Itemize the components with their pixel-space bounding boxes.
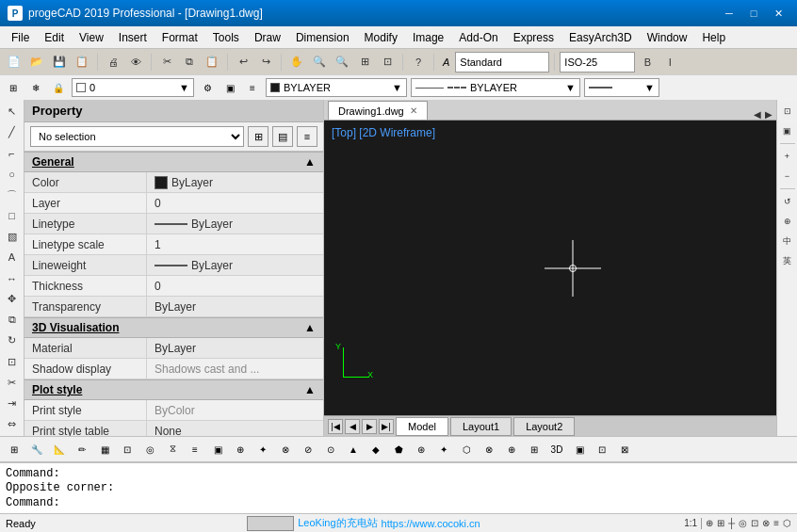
lineweight-toggle[interactable]: ≡	[773, 518, 779, 528]
menu-addon[interactable]: Add-On	[451, 26, 505, 48]
btm-btn-4[interactable]: ✏	[72, 439, 92, 459]
menu-tools[interactable]: Tools	[205, 26, 247, 48]
btm-btn-13[interactable]: ⊗	[275, 439, 296, 459]
right-btn-2[interactable]: ▣	[778, 121, 797, 140]
left-btn-rotate[interactable]: ↻	[2, 330, 23, 350]
layout-tab-2[interactable]: Layout2	[513, 417, 575, 436]
left-btn-move[interactable]: ✥	[2, 289, 23, 309]
sel-btn-2[interactable]: ▤	[272, 126, 293, 147]
linetype-selector[interactable]: BYLAYER ▼	[411, 78, 580, 97]
help-button[interactable]: ?	[408, 52, 429, 73]
print-button[interactable]: 🖨	[103, 52, 123, 73]
layer-tool3[interactable]: ≡	[243, 78, 262, 97]
btm-btn-24[interactable]: ⊞	[524, 439, 545, 459]
btm-btn-14[interactable]: ⊘	[298, 439, 318, 459]
prop-lweight-value[interactable]: ByLayer	[147, 255, 323, 275]
btm-btn-15[interactable]: ⊙	[320, 439, 341, 459]
menu-view[interactable]: View	[72, 26, 111, 48]
btm-btn-27[interactable]: ⊡	[592, 439, 612, 459]
btm-btn-25[interactable]: 3D	[546, 439, 567, 459]
zoom-all-button[interactable]: ⊞	[354, 52, 375, 73]
section-plot[interactable]: Plot style ▲	[24, 379, 323, 400]
btm-btn-3[interactable]: 📐	[49, 439, 70, 459]
text-btn2[interactable]: I	[659, 52, 680, 73]
left-btn-dim[interactable]: ↔	[2, 268, 23, 288]
prop-material-value[interactable]: ByLayer	[147, 338, 323, 358]
prop-shadow-value[interactable]: Shadows cast and ...	[147, 359, 323, 379]
left-btn-text[interactable]: A	[2, 248, 23, 267]
zoom-win-button[interactable]: ⊡	[377, 52, 398, 73]
layer-tool2[interactable]: ▣	[220, 78, 239, 97]
left-btn-scale[interactable]: ⊡	[2, 352, 23, 372]
zoom-in-button[interactable]: 🔍	[309, 52, 330, 73]
btm-btn-11[interactable]: ⊕	[230, 439, 251, 459]
prop-color-value[interactable]: ByLayer	[147, 172, 323, 192]
pan-button[interactable]: ✋	[286, 52, 307, 73]
left-btn-mirror[interactable]: ⇔	[2, 414, 23, 434]
right-btn-4[interactable]: −	[778, 167, 797, 185]
menu-window[interactable]: Window	[640, 26, 695, 48]
btm-btn-2[interactable]: 🔧	[26, 439, 47, 459]
drawing-tab-1[interactable]: Drawing1.dwg ✕	[328, 101, 428, 120]
layout-nav-first[interactable]: |◀	[328, 419, 343, 434]
left-btn-copy[interactable]: ⧉	[2, 310, 23, 330]
right-btn-7[interactable]: 中	[778, 232, 797, 250]
minimize-button[interactable]: ─	[718, 4, 740, 23]
undo-button[interactable]: ↩	[233, 52, 253, 73]
btm-btn-1[interactable]: ⊞	[4, 439, 24, 459]
left-btn-trim[interactable]: ✂	[2, 373, 23, 393]
btm-btn-5[interactable]: ▦	[94, 439, 115, 459]
text-height-dropdown[interactable]: ISO-25	[560, 52, 635, 73]
layer-lock-button[interactable]: 🔒	[49, 78, 68, 97]
left-btn-arc[interactable]: ⌒	[2, 185, 23, 205]
prop-layer-value[interactable]: 0	[147, 193, 323, 213]
menu-file[interactable]: File	[4, 26, 37, 48]
btm-btn-19[interactable]: ⊛	[411, 439, 431, 459]
menu-express[interactable]: Express	[506, 26, 561, 48]
menu-insert[interactable]: Insert	[111, 26, 155, 48]
left-btn-select[interactable]: ↖	[2, 102, 23, 121]
btm-btn-18[interactable]: ⬟	[388, 439, 409, 459]
prop-thickness-value[interactable]: 0	[147, 276, 323, 296]
save-button[interactable]: 💾	[49, 52, 70, 73]
right-btn-8[interactable]: 英	[778, 251, 797, 270]
redo-button[interactable]: ↪	[255, 52, 276, 73]
selection-dropdown[interactable]: No selection	[30, 126, 244, 147]
print-preview-button[interactable]: 👁	[125, 52, 146, 73]
tab-nav-left[interactable]: ◀	[754, 109, 761, 120]
left-btn-line[interactable]: ╱	[2, 122, 23, 142]
menu-dimension[interactable]: Dimension	[288, 26, 357, 48]
layout-nav-next[interactable]: ▶	[362, 419, 377, 434]
model-toggle[interactable]: ⬡	[783, 518, 791, 528]
zoom-level[interactable]: 1:1	[684, 518, 697, 528]
cut-button[interactable]: ✂	[156, 52, 177, 73]
btm-btn-20[interactable]: ✦	[433, 439, 454, 459]
tab-nav-right[interactable]: ▶	[765, 109, 773, 120]
dyn-button[interactable]: ⊗	[762, 518, 770, 528]
close-button[interactable]: ✕	[767, 4, 789, 23]
left-btn-polyline[interactable]: ⌐	[2, 143, 23, 163]
right-btn-5[interactable]: ↺	[778, 192, 797, 211]
layout-nav-prev[interactable]: ◀	[345, 419, 360, 434]
btm-btn-8[interactable]: ⧖	[162, 439, 183, 459]
layer-freeze-button[interactable]: ❄	[26, 78, 45, 97]
btm-btn-16[interactable]: ▲	[343, 439, 364, 459]
polar-button[interactable]: ◎	[739, 518, 747, 528]
menu-draw[interactable]: Draw	[247, 26, 288, 48]
menu-modify[interactable]: Modify	[357, 26, 405, 48]
btm-btn-28[interactable]: ⊠	[614, 439, 635, 459]
prop-transparency-value[interactable]: ByLayer	[147, 297, 323, 316]
ortho-button[interactable]: ┼	[728, 518, 735, 528]
copy-button[interactable]: ⧉	[179, 52, 200, 73]
snap-button[interactable]: ⊕	[706, 518, 713, 528]
btm-btn-6[interactable]: ⊡	[117, 439, 138, 459]
section-3d[interactable]: 3D Visualisation ▲	[24, 317, 323, 338]
color-selector[interactable]: BYLAYER ▼	[266, 78, 407, 97]
btm-btn-9[interactable]: ≡	[185, 439, 205, 459]
right-btn-1[interactable]: ⊡	[778, 102, 797, 121]
save-as-button[interactable]: 📋	[72, 52, 92, 73]
layout-tab-1[interactable]: Layout1	[450, 417, 512, 436]
prop-printstyle-value[interactable]: ByColor	[147, 400, 323, 420]
drawing-canvas[interactable]: [Top] [2D Wireframe] Y X	[324, 121, 776, 415]
menu-image[interactable]: Image	[405, 26, 451, 48]
